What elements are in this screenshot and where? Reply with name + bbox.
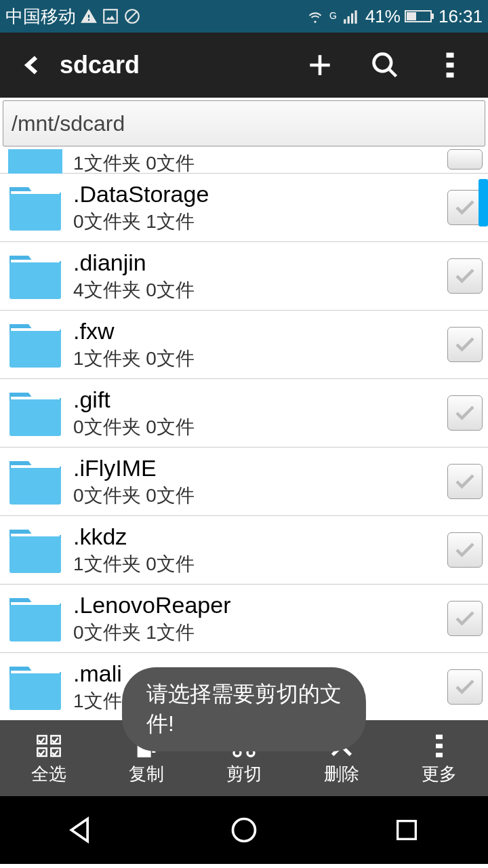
scrollbar-thumb[interactable] xyxy=(479,179,488,226)
item-name: .fxw xyxy=(73,318,442,344)
signal-icon xyxy=(341,7,361,25)
svg-rect-26 xyxy=(9,536,61,573)
checkbox[interactable] xyxy=(447,669,483,705)
folder-icon xyxy=(5,593,65,644)
more-label: 更多 xyxy=(422,762,457,786)
page-title: sdcard xyxy=(60,51,140,79)
svg-rect-14 xyxy=(447,73,454,77)
folder-icon xyxy=(5,319,65,370)
svg-rect-20 xyxy=(9,331,61,368)
svg-rect-42 xyxy=(398,821,416,840)
svg-rect-40 xyxy=(436,753,443,757)
item-name: .iFlyIME xyxy=(73,455,442,481)
folder-icon xyxy=(5,661,65,713)
checkbox[interactable] xyxy=(447,395,483,431)
path-text: /mnt/sdcard xyxy=(12,111,125,136)
toast-message: 请选择需要剪切的文件! xyxy=(122,667,366,751)
item-sub: 4文件夹 0文件 xyxy=(73,277,442,303)
item-name: .dianjin xyxy=(73,250,442,276)
list-item[interactable]: .kkdz 1文件夹 0文件 xyxy=(0,516,488,585)
svg-rect-3 xyxy=(344,19,346,24)
item-sub: 1文件夹 0文件 xyxy=(73,551,442,577)
svg-rect-19 xyxy=(11,260,60,262)
item-sub: 0文件夹 1文件 xyxy=(73,209,442,235)
carrier-label: 中国移动 xyxy=(5,5,76,28)
item-sub: 1文件夹 0文件 xyxy=(73,151,442,176)
list-item[interactable]: .fxw 1文件夹 0文件 xyxy=(0,311,488,379)
svg-rect-24 xyxy=(9,468,61,505)
item-sub: 1文件夹 0文件 xyxy=(73,346,442,372)
checkbox[interactable] xyxy=(447,327,483,362)
svg-rect-21 xyxy=(11,328,60,331)
item-name: .LenovoReaper xyxy=(73,592,442,618)
time-label: 16:31 xyxy=(439,6,483,27)
list-item[interactable]: .dianjin 4文件夹 0文件 xyxy=(0,242,488,311)
back-button[interactable] xyxy=(5,33,60,98)
svg-rect-6 xyxy=(354,10,357,24)
folder-icon xyxy=(5,456,65,507)
svg-rect-27 xyxy=(11,534,60,536)
svg-rect-29 xyxy=(11,602,60,605)
copy-label: 复制 xyxy=(129,762,164,786)
toast-text: 请选择需要剪切的文件! xyxy=(146,682,342,736)
svg-rect-39 xyxy=(436,743,443,748)
wifi-icon xyxy=(305,7,325,25)
cut-label: 剪切 xyxy=(226,762,262,786)
select-all-button[interactable]: 全选 xyxy=(0,720,98,796)
battery-label: 41% xyxy=(365,6,401,27)
item-name: .DataStorage xyxy=(73,181,442,208)
nav-back-button[interactable] xyxy=(41,803,122,857)
checkbox[interactable] xyxy=(447,464,483,499)
block-icon xyxy=(123,7,141,25)
select-all-label: 全选 xyxy=(31,762,66,786)
checkbox[interactable] xyxy=(447,532,483,568)
svg-rect-4 xyxy=(347,16,349,24)
item-name: .gift xyxy=(73,387,442,413)
add-button[interactable] xyxy=(287,33,352,98)
list-item[interactable]: .gift 0文件夹 0文件 xyxy=(0,379,488,448)
svg-line-11 xyxy=(389,69,396,77)
checkbox[interactable] xyxy=(447,601,483,636)
svg-rect-31 xyxy=(11,671,60,673)
svg-rect-0 xyxy=(104,9,117,23)
path-input[interactable]: /mnt/sdcard xyxy=(3,100,485,146)
select-all-icon xyxy=(35,731,62,761)
overflow-menu-button[interactable] xyxy=(418,33,483,98)
svg-rect-23 xyxy=(11,397,60,399)
svg-rect-12 xyxy=(447,53,454,58)
checkbox[interactable] xyxy=(447,190,483,225)
more-icon xyxy=(434,731,444,761)
warning-icon xyxy=(80,7,98,25)
svg-rect-18 xyxy=(9,262,61,299)
nav-home-button[interactable] xyxy=(203,803,285,857)
search-button[interactable] xyxy=(352,33,418,98)
item-name: .kkdz xyxy=(73,524,442,550)
list-item[interactable]: 1文件夹 0文件 xyxy=(0,149,488,174)
svg-point-10 xyxy=(374,54,392,72)
list-item[interactable]: .LenovoReaper 0文件夹 1文件 xyxy=(0,585,488,653)
list-item[interactable]: .DataStorage 0文件夹 1文件 xyxy=(0,174,488,242)
file-list[interactable]: 1文件夹 0文件 .DataStorage 0文件夹 1文件 .dianjin … xyxy=(0,149,488,720)
checkbox[interactable] xyxy=(447,258,483,294)
item-sub: 0文件夹 0文件 xyxy=(73,414,442,440)
checkbox[interactable] xyxy=(447,149,483,170)
svg-rect-30 xyxy=(9,673,61,710)
system-nav xyxy=(0,796,488,864)
folder-icon xyxy=(5,524,65,576)
network-g-label: G xyxy=(329,10,337,21)
nav-recent-button[interactable] xyxy=(366,803,447,857)
folder-icon xyxy=(5,250,65,302)
list-item[interactable]: .iFlyIME 0文件夹 0文件 xyxy=(0,448,488,516)
svg-rect-13 xyxy=(447,62,454,67)
delete-label: 删除 xyxy=(324,762,359,786)
item-sub: 0文件夹 0文件 xyxy=(73,483,442,509)
battery-icon xyxy=(405,9,434,24)
folder-icon xyxy=(5,387,65,439)
image-icon xyxy=(102,7,119,25)
svg-point-41 xyxy=(233,819,256,842)
svg-rect-9 xyxy=(432,14,434,19)
more-button[interactable]: 更多 xyxy=(390,720,488,796)
svg-rect-15 xyxy=(8,149,62,174)
folder-icon xyxy=(5,182,65,233)
svg-rect-25 xyxy=(11,465,60,468)
